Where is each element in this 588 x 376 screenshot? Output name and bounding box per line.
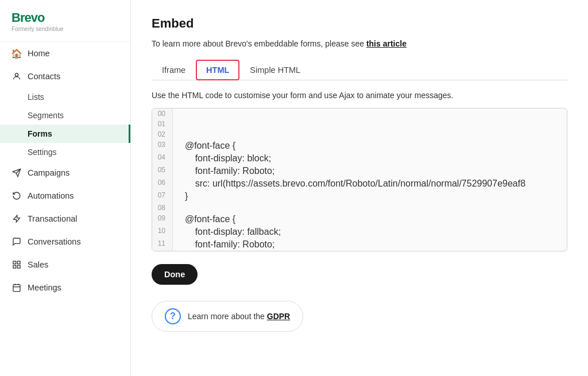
sidebar-item-segments[interactable]: Segments	[0, 106, 130, 125]
sidebar-item-meetings[interactable]: Meetings	[0, 276, 130, 299]
tab-simple-html[interactable]: Simple HTML	[239, 60, 311, 80]
code-line-number: 02	[152, 129, 173, 139]
code-line: 11 font-family: Roboto;	[152, 238, 567, 251]
code-line-content: src: url(https://assets.brevo.com/font/R…	[173, 177, 567, 190]
description: To learn more about Brevo's embeddable f…	[152, 39, 567, 48]
code-line-number: 06	[152, 177, 173, 190]
svg-point-0	[15, 73, 18, 76]
code-line-number: 04	[152, 152, 173, 165]
sidebar-item-campaigns-label: Campaigns	[28, 168, 69, 177]
sidebar-item-lists[interactable]: Lists	[0, 88, 130, 106]
code-line: 02</span>	[152, 129, 567, 139]
code-line: 00	[152, 108, 567, 119]
code-line-number: 00	[152, 108, 173, 119]
page-title: Embed	[152, 16, 567, 31]
conversations-icon	[11, 237, 22, 247]
sidebar-item-meetings-label: Meetings	[28, 283, 61, 292]
code-line-content	[173, 119, 567, 129]
campaigns-icon	[11, 168, 22, 178]
sidebar-item-forms[interactable]: Forms	[0, 125, 130, 143]
done-button[interactable]: Done	[152, 264, 198, 285]
code-line: 08	[152, 203, 567, 213]
sidebar-item-home[interactable]: 🏠 Home	[0, 42, 130, 65]
embed-tabs: Iframe HTML Simple HTML	[152, 60, 567, 80]
gdpr-text: Learn more about the GDPR	[188, 312, 290, 321]
sidebar-item-segments-label: Segments	[28, 111, 64, 120]
code-line-content: </span>	[173, 129, 567, 139]
sidebar-item-sales[interactable]: Sales	[0, 253, 130, 276]
contacts-icon	[11, 71, 22, 82]
tab-html[interactable]: HTML	[196, 60, 239, 80]
sidebar-item-forms-label: Forms	[28, 129, 52, 138]
svg-rect-5	[13, 285, 20, 292]
automations-icon	[11, 191, 22, 201]
svg-rect-3	[13, 265, 16, 268]
gdpr-bubble[interactable]: ? Learn more about the GDPR	[152, 301, 303, 332]
code-line-number: 11	[152, 238, 173, 251]
code-line-number: 01	[152, 119, 173, 129]
main-content: Embed To learn more about Brevo's embedd…	[131, 0, 588, 376]
code-line-number: 08	[152, 203, 173, 213]
code-line: 01	[152, 119, 567, 129]
code-line-content: font-display: fallback;	[173, 226, 567, 238]
code-line-content: font-family: Roboto;	[173, 165, 567, 177]
sidebar-item-lists-label: Lists	[28, 92, 44, 102]
code-line-number: 07	[152, 190, 173, 203]
code-line-content	[173, 203, 567, 213]
svg-rect-2	[17, 261, 20, 264]
sidebar-item-settings-label: Settings	[28, 148, 57, 157]
svg-rect-1	[13, 261, 16, 264]
code-line: 03 @font-face {	[152, 139, 567, 152]
code-line: 06 src: url(https://assets.brevo.com/fon…	[152, 177, 567, 190]
gdpr-link[interactable]: GDPR	[267, 312, 290, 321]
logo-subtitle: Formerly sendinblue	[11, 26, 119, 32]
code-line-content: @font-face {	[173, 213, 567, 226]
sub-description: Use the HTML code to customise your form…	[152, 91, 567, 100]
code-line-number: 03	[152, 139, 173, 152]
code-line-content	[173, 108, 567, 119]
sidebar-item-automations[interactable]: Automations	[0, 184, 130, 207]
code-line-content: font-display: block;	[173, 152, 567, 165]
sidebar-item-settings[interactable]: Settings	[0, 143, 130, 161]
sidebar-nav: 🏠 Home Contacts Lists Segments Forms Set…	[0, 42, 130, 299]
sidebar-item-sales-label: Sales	[28, 260, 48, 269]
sidebar-item-contacts[interactable]: Contacts	[0, 65, 130, 88]
code-block: 000102</span>03 @font-face {04 font-disp…	[152, 108, 567, 251]
code-line-content: }	[173, 190, 567, 203]
svg-rect-4	[17, 265, 20, 268]
this-article-link[interactable]: this article	[366, 39, 407, 48]
gdpr-text-prefix: Learn more about the	[188, 312, 267, 321]
sidebar-item-conversations[interactable]: Conversations	[0, 230, 130, 253]
code-line-content: font-family: Roboto;	[173, 238, 567, 251]
tab-iframe[interactable]: Iframe	[152, 60, 196, 80]
home-icon: 🏠	[11, 48, 22, 59]
sidebar: Brevo Formerly sendinblue 🏠 Home Contact…	[0, 0, 131, 376]
code-line-number: 10	[152, 226, 173, 238]
sidebar-item-campaigns[interactable]: Campaigns	[0, 161, 130, 184]
code-line: 05 font-family: Roboto;	[152, 165, 567, 177]
code-line: 09 @font-face {	[152, 213, 567, 226]
sidebar-item-contacts-label: Contacts	[28, 72, 60, 81]
code-line: 10 font-display: fallback;	[152, 226, 567, 238]
code-line-content: @font-face {	[173, 139, 567, 152]
code-line: 07 }	[152, 190, 567, 203]
transactional-icon	[11, 214, 22, 224]
gdpr-icon: ?	[165, 308, 181, 324]
sidebar-item-transactional-label: Transactional	[28, 214, 78, 223]
sidebar-item-conversations-label: Conversations	[28, 237, 81, 246]
logo-area: Brevo Formerly sendinblue	[0, 0, 130, 42]
sidebar-item-transactional[interactable]: Transactional	[0, 207, 130, 230]
sidebar-item-home-label: Home	[28, 49, 50, 58]
code-line-number: 09	[152, 213, 173, 226]
description-text: To learn more about Brevo's embeddable f…	[152, 39, 366, 48]
sales-icon	[11, 259, 22, 270]
code-line: 04 font-display: block;	[152, 152, 567, 165]
sidebar-item-automations-label: Automations	[28, 191, 74, 200]
logo: Brevo	[11, 10, 119, 25]
meetings-icon	[11, 282, 22, 293]
code-line-number: 05	[152, 165, 173, 177]
